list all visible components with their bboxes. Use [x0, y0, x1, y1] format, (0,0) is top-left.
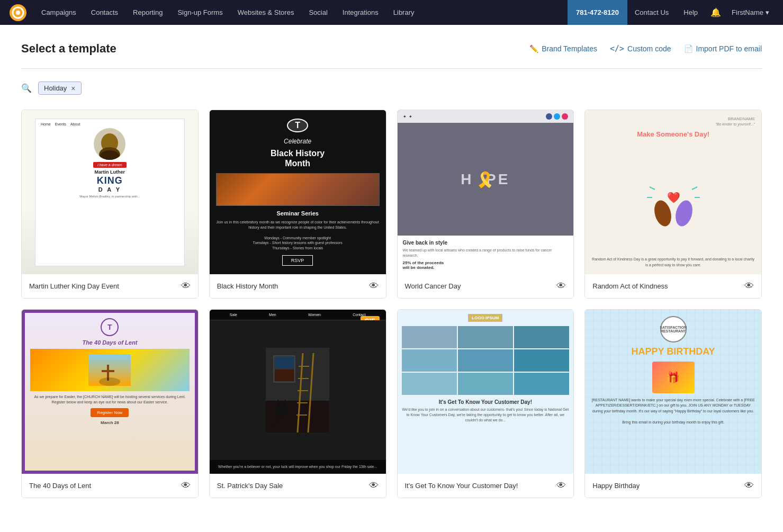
notifications-bell-icon[interactable]: 🔔: [705, 0, 726, 25]
filter-tag-label: Holiday: [44, 84, 67, 92]
template-info-luck: St. Patrick's Day Sale 👁: [210, 474, 386, 498]
template-info-mlk: Martin Luther King Day Event 👁: [22, 274, 198, 298]
app-logo[interactable]: [8, 3, 28, 22]
template-name-luck: St. Patrick's Day Sale: [217, 482, 283, 490]
svg-rect-16: [102, 370, 114, 372]
phone-number: 781-472-8120: [568, 0, 627, 25]
svg-rect-23: [275, 369, 294, 381]
search-icon: 🔍: [21, 83, 32, 93]
know-text: We'd like you to join in on a conversati…: [402, 407, 570, 422]
wcd-hope-image: H PE 🎗️: [398, 123, 574, 236]
import-pdf-label: Import PDF to email: [696, 44, 762, 53]
filter-tag-remove-button[interactable]: ×: [71, 85, 75, 92]
template-card-know[interactable]: LOGO IPSUM It's Get To Know Your Custome…: [397, 309, 574, 498]
bday-gift-image: 🎁: [652, 362, 695, 393]
import-pdf-link[interactable]: 📄 Import PDF to email: [684, 44, 762, 53]
mlk-nav: HomeEventsAbout: [39, 122, 80, 126]
rok-title: Make Someone's Day!: [591, 130, 755, 138]
template-name-mlk: Martin Luther King Day Event: [29, 282, 119, 290]
preview-icon-know[interactable]: 👁: [556, 480, 566, 491]
help-link[interactable]: Help: [676, 0, 705, 25]
svg-rect-22: [275, 357, 294, 368]
template-name-wcd: World Cancer Day: [405, 282, 461, 290]
template-name-know: It's Get To Know Your Customer Day!: [405, 482, 518, 490]
nav-item-social[interactable]: Social: [301, 0, 335, 25]
template-thumb-bday: SATISFACTIONRESTAURANT HAPPY BIRTHDAY 🎁 …: [585, 310, 761, 474]
template-thumb-mlk: HomeEventsAbout i have a dream Martin Lu…: [22, 110, 198, 274]
nav-item-library[interactable]: Library: [386, 0, 422, 25]
svg-point-2: [16, 11, 20, 15]
rok-text: Random Act of Kindness Day is a great op…: [591, 257, 755, 268]
template-card-bday[interactable]: SATISFACTIONRESTAURANT HAPPY BIRTHDAY 🎁 …: [584, 309, 762, 498]
template-info-bhm: Black History Month 👁: [210, 274, 386, 298]
page-title: Select a template: [21, 42, 116, 56]
user-menu[interactable]: FirstName ▾: [726, 0, 775, 25]
svg-line-10: [650, 187, 655, 190]
bhm-title: Black HistoryMonth: [271, 148, 325, 168]
lent-register-button[interactable]: Register Now: [91, 408, 129, 417]
lent-logo: T: [101, 318, 119, 336]
header-divider: [21, 68, 762, 69]
nav-item-reporting[interactable]: Reporting: [125, 0, 170, 25]
filter-tag-holiday: Holiday ×: [38, 82, 82, 95]
nav-right: 781-472-8120 Contact Us Help 🔔 FirstName…: [568, 0, 775, 25]
wcd-social-icons: [546, 113, 568, 120]
nav-item-contacts[interactable]: Contacts: [84, 0, 125, 25]
header-row: Select a template ✏️ Brand Templates </>…: [21, 42, 762, 56]
search-row: 🔍 Holiday ×: [21, 82, 762, 95]
mlk-title: Martin Luther: [95, 169, 125, 176]
nav-items: Campaigns Contacts Reporting Sign-up For…: [34, 0, 568, 25]
preview-icon-lent[interactable]: 👁: [181, 480, 191, 491]
bday-text: [RESTAURANT NAME] wants to make your spe…: [591, 398, 755, 426]
bhm-subtitle: Seminar Series: [276, 210, 319, 217]
template-thumb-luck: GIF SaleMenWomenContact: [210, 310, 386, 474]
bday-title: HAPPY BIRTHDAY: [632, 347, 715, 357]
wcd-bottom: Give back in style We teamed up with loc…: [398, 236, 574, 274]
template-card-mlk[interactable]: HomeEventsAbout i have a dream Martin Lu…: [21, 110, 199, 299]
main-content: Select a template ✏️ Brand Templates </>…: [0, 25, 783, 532]
bhm-logo: T: [287, 119, 308, 132]
brand-templates-label: Brand Templates: [542, 44, 597, 53]
svg-point-5: [104, 134, 115, 145]
svg-point-32: [278, 402, 285, 410]
pencil-icon: ✏️: [529, 44, 538, 53]
custom-code-link[interactable]: </> Custom code: [610, 44, 671, 53]
template-grid: HomeEventsAbout i have a dream Martin Lu…: [21, 110, 762, 498]
preview-icon-mlk[interactable]: 👁: [181, 281, 191, 292]
template-info-rok: Random Act of Kindness 👁: [585, 274, 761, 298]
template-name-bhm: Black History Month: [217, 282, 278, 290]
contact-us-link[interactable]: Contact Us: [627, 0, 676, 25]
know-photo-grid: [402, 326, 570, 395]
template-card-luck[interactable]: GIF SaleMenWomenContact: [209, 309, 386, 498]
preview-icon-wcd[interactable]: 👁: [556, 281, 566, 292]
template-thumb-bhm: T Celebrate Black HistoryMonth Seminar S…: [210, 110, 386, 274]
lent-image: [30, 349, 190, 391]
template-card-wcd[interactable]: ✦✦ H PE 🎗️ Give back in style: [397, 110, 574, 299]
svg-point-17: [99, 377, 120, 386]
mlk-subtitle: KING: [97, 175, 123, 186]
template-info-wcd: World Cancer Day 👁: [398, 274, 574, 298]
brand-templates-link[interactable]: ✏️ Brand Templates: [529, 44, 597, 53]
preview-icon-bday[interactable]: 👁: [744, 480, 754, 491]
template-name-rok: Random Act of Kindness: [592, 282, 668, 290]
template-card-lent[interactable]: T The 40 Days of Lent: [21, 309, 199, 498]
mlk-day: D A Y: [98, 186, 121, 193]
know-title: It's Get To Know Your Customer Day!: [439, 399, 532, 405]
nav-item-signup-forms[interactable]: Sign-up Forms: [170, 0, 230, 25]
nav-item-websites-stores[interactable]: Websites & Stores: [230, 0, 302, 25]
template-thumb-know: LOGO IPSUM It's Get To Know Your Custome…: [398, 310, 574, 474]
preview-icon-rok[interactable]: 👁: [744, 281, 754, 292]
template-info-bday: Happy Birthday 👁: [585, 474, 761, 498]
nav-item-campaigns[interactable]: Campaigns: [34, 0, 84, 25]
nav-item-integrations[interactable]: Integrations: [335, 0, 386, 25]
template-card-bhm[interactable]: T Celebrate Black HistoryMonth Seminar S…: [209, 110, 386, 299]
template-name-bday: Happy Birthday: [592, 482, 640, 490]
preview-icon-luck[interactable]: 👁: [369, 480, 379, 491]
template-card-rok[interactable]: BRANDNAME "Be kinder to yourself..." Mak…: [584, 110, 762, 299]
bhm-text: Join us in this celebratory month as we …: [216, 220, 380, 251]
top-navigation: Campaigns Contacts Reporting Sign-up For…: [0, 0, 783, 25]
bhm-rsvp-button[interactable]: RSVP: [282, 255, 313, 266]
preview-icon-bhm[interactable]: 👁: [369, 281, 379, 292]
custom-code-label: Custom code: [627, 44, 671, 53]
chevron-down-icon: ▾: [766, 8, 769, 16]
